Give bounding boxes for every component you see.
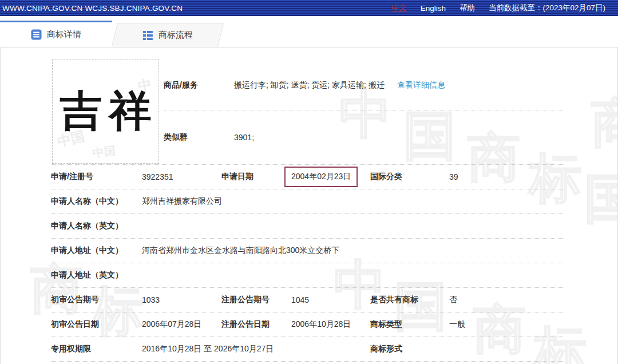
trademark-image: 中 中国 中国 吉祥 [52, 60, 159, 164]
detail-fields-table: 申请/注册号 3922351 申请日期 2004年02月23日 国际分类 39 … [51, 164, 564, 362]
table-row: 申请人地址（英文） [51, 263, 564, 287]
trademark-type-label: 商标类型 [370, 319, 449, 330]
flow-list-icon [142, 30, 153, 41]
prelim-notice-no-value: 1033 [142, 295, 221, 304]
reg-no-label: 申请/注册号 [51, 172, 142, 182]
site-domains: WWW.CNIPA.GOV.CN WCJS.SBJ.CNIPA.GOV.CN [2, 4, 183, 13]
table-row: 初审公告日期 2006年07月28日 注册公告日期 2006年10月28日 商标… [51, 312, 564, 337]
table-row: 专用权期限 2016年10月28日 至 2026年10月27日 商标形式 [51, 337, 564, 361]
table-row: 申请人地址（中文） 河南省郑州市金水区金水路与南阳路向北300米立交桥下 [51, 238, 564, 263]
trademark-detail-panel: 中国商标国商商标中国商标 中 中国 中国 吉祥 商品/服务 搬运行李; 卸货; … [0, 47, 618, 364]
goods-services-label: 商品/服务 [164, 80, 234, 90]
view-details-link[interactable]: 查看详细信息 [397, 80, 445, 90]
table-row: 初审公告期号 1033 注册公告期号 1045 是否共有商标 否 [51, 287, 564, 312]
detail-list-icon [31, 29, 42, 40]
applicant-name-zh-label: 申请人名称（中文） [51, 196, 142, 207]
language-english-link[interactable]: English [421, 4, 446, 13]
applicant-address-zh-label: 申请人地址（中文） [51, 246, 142, 256]
applicant-name-en-label: 申请人名称（英文） [51, 221, 142, 231]
table-row: 申请/注册号 3922351 申请日期 2004年02月23日 国际分类 39 [51, 164, 564, 189]
reg-notice-no-label: 注册公告期号 [221, 295, 291, 305]
exclusive-right-term-label: 专用权期限 [51, 344, 142, 354]
app-date-value-highlighted: 2004年02月23日 [284, 167, 358, 187]
tab-trademark-flow[interactable]: 商标流程 [112, 23, 224, 47]
trademark-form-label: 商标形式 [370, 344, 449, 354]
reg-notice-date-label: 注册公告日期 [221, 319, 291, 330]
app-date-label: 申请日期 [221, 172, 291, 182]
table-row: 申请人名称（中文） 郑州吉祥搬家有限公司 [51, 189, 564, 213]
trademark-text: 吉祥 [53, 83, 159, 140]
exclusive-right-term-value: 2016年10月28日 至 2026年10月27日 [142, 344, 370, 354]
data-cutoff-date: 当前数据截至：(2023年02月07日) [489, 3, 605, 13]
applicant-name-zh-value: 郑州吉祥搬家有限公司 [142, 196, 564, 207]
similar-group-row: 类似群 3901; [164, 110, 564, 164]
tab-label: 商标详情 [47, 29, 81, 40]
applicant-address-en-label: 申请人地址（英文） [51, 270, 142, 280]
shared-mark-value: 否 [449, 295, 564, 305]
trademark-type-value: 一般 [449, 319, 564, 330]
table-row: 申请人名称（英文） [51, 213, 564, 238]
image-watermark: 中国 [92, 143, 116, 161]
tab-trademark-details[interactable]: 商标详情 [0, 21, 112, 47]
goods-services-row: 商品/服务 搬运行李; 卸货; 送货; 货运; 家具运输; 搬迁 查看详细信息 [164, 48, 564, 110]
reg-no-value: 3922351 [142, 172, 221, 181]
tab-label: 商标流程 [159, 30, 193, 41]
goods-services-value: 搬运行李; 卸货; 送货; 货运; 家具运输; 搬迁 [234, 80, 385, 90]
reg-notice-no-value: 1045 [291, 295, 370, 304]
trademark-summary-section: 中 中国 中国 吉祥 商品/服务 搬运行李; 卸货; 送货; 货运; 家具运输;… [1, 48, 617, 164]
applicant-address-zh-value: 河南省郑州市金水区金水路与南阳路向北300米立交桥下 [142, 246, 564, 256]
reg-notice-date-value: 2006年10月28日 [291, 319, 370, 330]
prelim-notice-no-label: 初审公告期号 [51, 295, 142, 305]
intl-class-value: 39 [449, 172, 564, 181]
help-link[interactable]: 帮助 [459, 3, 475, 13]
similar-group-value: 3901; [234, 133, 254, 142]
intl-class-label: 国际分类 [370, 172, 449, 182]
similar-group-label: 类似群 [164, 132, 234, 143]
shared-mark-label: 是否共有商标 [370, 295, 449, 305]
prelim-notice-date-label: 初审公告日期 [51, 319, 142, 330]
tab-strip: 商标详情 商标流程 [0, 16, 618, 47]
prelim-notice-date-value: 2006年07月28日 [142, 319, 221, 330]
top-bar: WWW.CNIPA.GOV.CN WCJS.SBJ.CNIPA.GOV.CN 中… [0, 0, 618, 16]
language-chinese-link[interactable]: 中文 [391, 3, 407, 13]
